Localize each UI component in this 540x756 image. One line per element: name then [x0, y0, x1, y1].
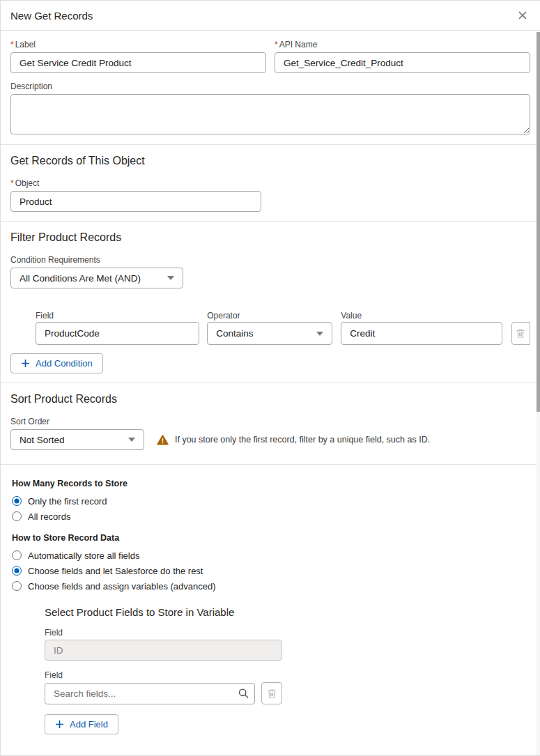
- add-field-button[interactable]: Add Field: [45, 714, 118, 734]
- close-icon: [518, 10, 527, 20]
- radio-choose-fields-advanced[interactable]: Choose fields and assign variables (adva…: [12, 578, 540, 594]
- sort-order-select[interactable]: Not Sorted: [10, 429, 144, 450]
- object-field-label: *Object: [10, 178, 530, 188]
- radio-all-records[interactable]: All records: [12, 509, 540, 524]
- condition-row: Field Operator Contains Value: [36, 311, 530, 345]
- chevron-down-icon: [167, 276, 174, 280]
- sort-section-heading: Sort Product Records: [10, 393, 530, 406]
- add-field-label: Add Field: [70, 719, 108, 730]
- chevron-down-icon: [316, 332, 323, 336]
- id-field-label: Field: [45, 628, 540, 638]
- radio-icon: [12, 566, 22, 576]
- radio-icon: [12, 511, 22, 521]
- radio-choose-fields-salesforce[interactable]: Choose fields and let Salesforce do the …: [12, 563, 540, 578]
- chevron-down-icon: [128, 438, 135, 442]
- delete-condition-button[interactable]: [511, 322, 530, 345]
- api-name-field-label: *API Name: [275, 40, 530, 49]
- sort-warning: If you store only the first record, filt…: [157, 435, 430, 445]
- plus-icon: [55, 720, 64, 729]
- filter-section-heading: Filter Product Records: [10, 231, 530, 244]
- close-button[interactable]: [516, 9, 529, 22]
- search-field-label: Field: [45, 670, 540, 680]
- condition-operator-label: Operator: [207, 311, 341, 321]
- add-condition-label: Add Condition: [36, 358, 93, 369]
- id-field-input: [45, 640, 282, 661]
- sort-order-label: Sort Order: [10, 417, 530, 426]
- field-search-input[interactable]: [45, 683, 255, 704]
- condition-requirements-value: All Conditions Are Met (AND): [20, 273, 141, 284]
- plus-icon: [21, 359, 30, 368]
- how-many-records-label: How Many Records to Store: [12, 479, 540, 488]
- description-textarea[interactable]: [10, 94, 530, 134]
- trash-icon: [516, 328, 525, 339]
- object-input[interactable]: [10, 191, 261, 212]
- search-icon: [238, 688, 249, 699]
- condition-requirements-label: Condition Requirements: [10, 255, 530, 265]
- new-get-records-dialog: New Get Records *Label *API Name Descrip…: [0, 0, 540, 756]
- api-name-input[interactable]: [275, 52, 530, 73]
- filter-section: Filter Product Records Condition Require…: [1, 222, 540, 383]
- select-fields-block: Select Product Fields to Store in Variab…: [45, 606, 540, 734]
- condition-operator-select[interactable]: Contains: [207, 322, 332, 345]
- sort-order-value: Not Sorted: [20, 435, 65, 445]
- radio-icon: [12, 496, 22, 506]
- dialog-title: New Get Records: [10, 10, 93, 22]
- scrollbar-thumb[interactable]: [537, 32, 540, 412]
- required-mark: *: [10, 178, 14, 188]
- required-mark: *: [10, 40, 14, 49]
- condition-field-label: Field: [36, 311, 199, 321]
- sort-section: Sort Product Records Sort Order Not Sort…: [1, 383, 540, 464]
- name-section: *Label *API Name Description: [1, 31, 540, 144]
- select-fields-heading: Select Product Fields to Store in Variab…: [45, 606, 540, 618]
- label-input[interactable]: [10, 52, 266, 73]
- condition-value-input[interactable]: [341, 322, 502, 345]
- dialog-header: New Get Records: [1, 1, 540, 31]
- condition-requirements-select[interactable]: All Conditions Are Met (AND): [10, 268, 183, 288]
- condition-operator-value: Contains: [216, 328, 253, 339]
- condition-value-label: Value: [341, 311, 502, 321]
- label-field-label: *Label: [10, 40, 266, 49]
- radio-only-first-record[interactable]: Only the first record: [12, 493, 540, 509]
- radio-icon: [12, 550, 22, 560]
- description-field-label: Description: [10, 82, 530, 91]
- add-condition-button[interactable]: Add Condition: [10, 353, 103, 373]
- radio-automatically-store-all-fields[interactable]: Automatically store all fields: [12, 548, 540, 563]
- delete-field-button[interactable]: [261, 682, 282, 704]
- how-to-store-label: How to Store Record Data: [12, 533, 540, 543]
- object-section: Get Records of This Object *Object: [1, 145, 540, 221]
- trash-icon: [267, 688, 277, 699]
- condition-field-input[interactable]: [36, 322, 199, 345]
- vertical-scrollbar[interactable]: [537, 31, 540, 755]
- store-section: How Many Records to Store Only the first…: [1, 465, 540, 734]
- warning-text: If you store only the first record, filt…: [175, 435, 430, 445]
- object-section-heading: Get Records of This Object: [10, 155, 530, 167]
- required-mark: *: [275, 40, 278, 49]
- warning-icon: [157, 435, 169, 445]
- radio-icon: [12, 581, 22, 591]
